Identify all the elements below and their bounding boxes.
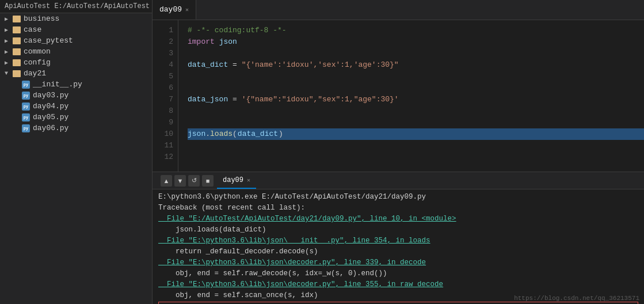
- bottom-tab-run[interactable]: day09 ✕: [217, 172, 256, 189]
- line-number: 9: [153, 117, 173, 128]
- line-number: 1: [153, 25, 173, 36]
- sidebar-item-case[interactable]: ▶ case: [0, 24, 152, 35]
- sidebar-item-label: common: [24, 47, 51, 56]
- sidebar-header: ApiAutoTest E:/AutoTest/ApiAutoTest: [0, 0, 152, 13]
- folder-icon: [13, 48, 21, 55]
- sidebar-item-label: day05.py: [33, 113, 68, 121]
- code-line: data_json = '{"name":"idoxu","sex":1,"ag…: [188, 94, 644, 105]
- scroll-down-button[interactable]: ▼: [174, 175, 186, 187]
- sidebar-item-label: config: [24, 58, 51, 67]
- line-number: 12: [153, 151, 173, 163]
- console-container: E:\python3.6\python.exe E:/AutoTest/ApiA…: [153, 189, 644, 304]
- code-line: [188, 151, 644, 163]
- code-line: [188, 82, 644, 94]
- code-line: [188, 117, 644, 128]
- sidebar-item-init_py[interactable]: py__init__.py: [0, 79, 152, 90]
- py-file-icon: py: [22, 124, 30, 132]
- line-number: 7: [153, 94, 173, 105]
- sidebar-item-label: day03.py: [33, 91, 68, 100]
- scroll-up-button[interactable]: ▲: [161, 175, 172, 187]
- line-number: 3: [153, 48, 173, 59]
- folder-arrow-icon: ▶: [5, 16, 13, 22]
- folder-icon: [13, 37, 21, 44]
- console-line: File "E:\python3.6\lib\json\decoder.py",…: [158, 257, 638, 268]
- code-line: [188, 71, 644, 82]
- folder-icon: [13, 16, 21, 22]
- folder-icon: [13, 70, 21, 77]
- tab-bar: day09 ✕: [153, 0, 644, 20]
- line-number: 6: [153, 82, 173, 94]
- folder-arrow-icon: ▼: [5, 70, 13, 77]
- sidebar: ApiAutoTest E:/AutoTest/ApiAutoTest ▶ bu…: [0, 0, 153, 304]
- sidebar-item-label: day04.py: [33, 102, 68, 111]
- console-line: Traceback (most recent call last):: [158, 203, 638, 214]
- console-line: File "E:\python3.6\lib\json\decoder.py",…: [158, 279, 638, 290]
- code-line: # -*- coding:utf-8 -*-: [188, 25, 644, 36]
- code-editor: 123456789101112 # -*- coding:utf-8 -*-im…: [153, 20, 644, 172]
- py-file-icon: py: [22, 81, 30, 89]
- sidebar-item-label: __init__.py: [33, 80, 82, 89]
- code-line: [188, 48, 644, 59]
- stop-button[interactable]: ■: [202, 175, 214, 187]
- console-output: E:\python3.6\python.exe E:/AutoTest/ApiA…: [153, 189, 644, 304]
- sidebar-item-day05_py[interactable]: pyday05.py: [0, 112, 152, 123]
- code-line: [188, 140, 644, 151]
- folder-arrow-icon: ▶: [5, 26, 13, 33]
- py-file-icon: py: [22, 102, 30, 111]
- code-line: json.loads(data_dict): [188, 128, 644, 140]
- py-file-icon: py: [22, 113, 30, 121]
- sidebar-tree: ▶ business▶ case▶ case_pytest▶ common▶ c…: [0, 13, 152, 134]
- bottom-panel: ▲ ▼ ↺ ■ day09 ✕ E:\python3.6\python.exe …: [153, 172, 644, 304]
- line-number: 10: [153, 128, 173, 140]
- editor-tab-day09[interactable]: day09 ✕: [153, 0, 196, 20]
- folder-icon: [13, 26, 21, 33]
- folder-arrow-icon: ▶: [5, 37, 13, 44]
- sidebar-item-label: business: [24, 14, 59, 23]
- console-line: return _default_decoder.decode(s): [158, 246, 638, 257]
- code-line: [188, 105, 644, 117]
- sidebar-item-common[interactable]: ▶ common: [0, 46, 152, 57]
- console-line: E:\python3.6\python.exe E:/AutoTest/ApiA…: [158, 192, 638, 203]
- sidebar-item-label: case: [24, 25, 41, 34]
- folder-icon: [13, 59, 21, 66]
- tab-label: day09: [159, 5, 182, 14]
- line-number: 5: [153, 71, 173, 82]
- code-line: import json: [188, 36, 644, 48]
- console-line: File "E:\python3.6\lib\json\ __init__.py…: [158, 235, 638, 246]
- line-number: 4: [153, 59, 173, 71]
- sidebar-item-day03_py[interactable]: pyday03.py: [0, 90, 152, 101]
- line-number: 2: [153, 36, 173, 48]
- line-number: 8: [153, 105, 173, 117]
- folder-arrow-icon: ▶: [5, 48, 13, 55]
- code-line: data_dict = "{'name':'idoxu','sex':1,'ag…: [188, 59, 644, 71]
- sidebar-item-day21[interactable]: ▼ day21: [0, 68, 152, 79]
- sidebar-item-case_pytest[interactable]: ▶ case_pytest: [0, 35, 152, 46]
- console-line: json.decoder.JSONDecodeError: Expecting …: [158, 302, 638, 304]
- run-controls: ▲ ▼ ↺ ■: [157, 174, 217, 188]
- watermark: https://blog.csdn.net/qq_36213571: [514, 295, 639, 302]
- bottom-tab-bar: ▲ ▼ ↺ ■ day09 ✕: [153, 172, 644, 189]
- line-numbers: 123456789101112: [153, 20, 178, 172]
- console-line: json.loads(data_dict): [158, 225, 638, 235]
- sidebar-item-day04_py[interactable]: pyday04.py: [0, 101, 152, 112]
- sidebar-item-day06_py[interactable]: pyday06.py: [0, 123, 152, 134]
- run-rerun-button[interactable]: ↺: [188, 175, 200, 187]
- py-file-icon: py: [22, 92, 30, 100]
- sidebar-item-label: day21: [24, 69, 46, 78]
- sidebar-item-config[interactable]: ▶ config: [0, 57, 152, 68]
- sidebar-item-label: day06.py: [33, 124, 68, 132]
- folder-arrow-icon: ▶: [5, 59, 13, 66]
- sidebar-item-business[interactable]: ▶ business: [0, 13, 152, 24]
- run-tab-label: day09: [223, 176, 243, 184]
- code-content[interactable]: # -*- coding:utf-8 -*-import jsondata_di…: [178, 20, 644, 172]
- sidebar-item-label: case_pytest: [24, 36, 73, 45]
- close-tab-icon[interactable]: ✕: [185, 6, 189, 13]
- console-line: obj, end = self.raw_decode(s, idx=_w(s, …: [158, 268, 638, 279]
- line-number: 11: [153, 140, 173, 151]
- close-run-tab-icon[interactable]: ✕: [247, 177, 250, 184]
- main-editor-area: day09 ✕ 123456789101112 # -*- coding:utf…: [153, 0, 644, 304]
- console-line: File "E:/AutoTest/ApiAutoTest/day21/day0…: [158, 214, 638, 225]
